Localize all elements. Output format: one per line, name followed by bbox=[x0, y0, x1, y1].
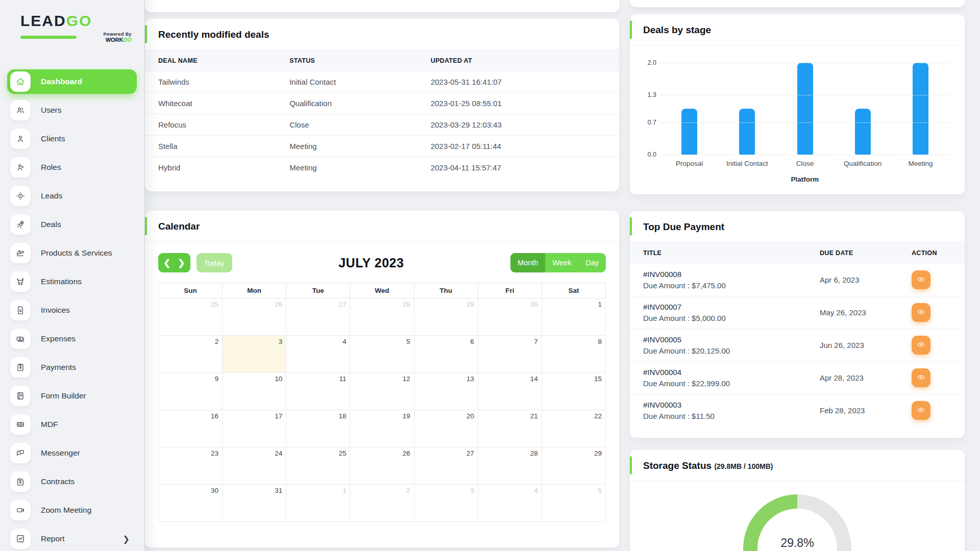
sidebar-item-report[interactable]: Report❯ bbox=[7, 527, 137, 551]
calendar-day-header: Fri bbox=[478, 283, 542, 298]
sidebar-item-products-services[interactable]: Products & Services bbox=[7, 241, 137, 265]
top-due-table: TITLEDUE DATEACTION #INV00008Due Amount … bbox=[630, 242, 965, 427]
sidebar-item-dashboard[interactable]: Dashboard bbox=[7, 69, 137, 94]
calendar-day-cell[interactable]: 22 bbox=[542, 410, 605, 447]
calendar-week-row: 2526272829301 bbox=[159, 298, 606, 336]
calendar-day-cell[interactable]: 23 bbox=[159, 447, 223, 485]
sidebar-item-estimations[interactable]: Estimations bbox=[7, 269, 137, 294]
calendar-day-cell[interactable]: 16 bbox=[159, 410, 223, 447]
table-row: #INV00008Due Amount : $7,475.00Apr 6, 20… bbox=[630, 264, 965, 296]
role-person-x-icon bbox=[10, 157, 31, 178]
sidebar-item-leads[interactable]: Leads bbox=[7, 184, 137, 208]
calendar-day-cell[interactable]: 10 bbox=[223, 373, 286, 410]
calendar-day-cell[interactable]: 7 bbox=[478, 336, 542, 373]
sidebar-item-zoom-meeting[interactable]: Zoom Meeting bbox=[7, 498, 137, 522]
recent-deals-card: Recently modified deals DEAL NAMESTATUSU… bbox=[145, 19, 619, 191]
logo-powered-by: Powered By WORKDO bbox=[77, 32, 132, 43]
calendar-day-cell[interactable]: 17 bbox=[223, 410, 286, 447]
calendar-day-cell[interactable]: 1 bbox=[542, 298, 605, 336]
calendar-day-cell[interactable]: 15 bbox=[542, 373, 605, 410]
calendar-day-cell[interactable]: 29 bbox=[414, 298, 478, 336]
calendar-day-cell[interactable]: 27 bbox=[286, 298, 350, 336]
calendar-day-cell[interactable]: 2 bbox=[350, 485, 414, 522]
view-invoice-button[interactable] bbox=[912, 401, 930, 420]
sidebar-item-messenger[interactable]: Messenger bbox=[7, 441, 137, 465]
bar-proposal bbox=[681, 109, 697, 155]
calendar-day-cell[interactable]: 11 bbox=[286, 373, 350, 410]
calendar-view-day-button[interactable]: Day bbox=[578, 253, 606, 272]
invoice-due-amount: Due Amount : $20,125.00 bbox=[643, 346, 803, 355]
calendar-month-title: JULY 2023 bbox=[232, 256, 511, 270]
gridline bbox=[660, 63, 949, 63]
recent-deals-table: DEAL NAMESTATUSUPDATED AT TailwindsIniti… bbox=[145, 50, 619, 178]
chevron-right-icon[interactable]: ❯ bbox=[178, 259, 185, 267]
calendar-day-cell[interactable]: 18 bbox=[286, 410, 350, 447]
calendar-day-cell[interactable]: 20 bbox=[414, 410, 478, 447]
sidebar-item-label: Clients bbox=[41, 134, 65, 143]
calendar-day-cell[interactable]: 30 bbox=[478, 298, 542, 336]
table-row: HybridMeeting2023-04-11 15:57:47 bbox=[145, 157, 619, 179]
today-button[interactable]: Today bbox=[197, 253, 232, 272]
calendar-day-cell[interactable]: 21 bbox=[478, 410, 542, 447]
calendar-day-cell[interactable]: 26 bbox=[350, 447, 414, 485]
calendar-day-cell[interactable]: 14 bbox=[478, 373, 542, 410]
calendar-day-cell[interactable]: 4 bbox=[286, 336, 350, 373]
sidebar-item-clients[interactable]: Clients bbox=[7, 127, 137, 151]
sidebar-item-payments[interactable]: Payments bbox=[7, 355, 137, 380]
chevron-left-icon[interactable]: ❮ bbox=[163, 259, 170, 267]
chart-y-axis: 2.01.30.70.0 bbox=[638, 63, 660, 155]
calendar-day-cell[interactable]: 25 bbox=[159, 298, 223, 336]
table-row: #INV00005Due Amount : $20,125.00Jun 26, … bbox=[630, 329, 965, 362]
calendar-day-cell[interactable]: 5 bbox=[350, 336, 414, 373]
calendar-day-header: Tue bbox=[286, 283, 350, 298]
calendar-day-cell[interactable]: 28 bbox=[478, 447, 542, 485]
view-invoice-button[interactable] bbox=[912, 336, 930, 355]
deal-status: Initial Contact bbox=[281, 71, 422, 93]
calendar-day-cell[interactable]: 30 bbox=[159, 485, 223, 522]
calendar-day-cell[interactable]: 28 bbox=[350, 298, 414, 336]
calendar-day-cell[interactable]: 27 bbox=[414, 447, 478, 485]
calendar-day-cell[interactable]: 1 bbox=[286, 485, 350, 522]
calendar-day-cell[interactable]: 8 bbox=[542, 336, 605, 373]
top-due-title: Top Due Payment bbox=[643, 221, 951, 233]
calendar-view-month-button[interactable]: Month bbox=[510, 253, 545, 272]
sidebar-item-users[interactable]: Users bbox=[7, 98, 137, 122]
calendar-day-cell[interactable]: 5 bbox=[542, 485, 605, 522]
mdf-banknote-icon bbox=[10, 414, 31, 435]
sidebar-item-deals[interactable]: Deals bbox=[7, 212, 137, 237]
calendar-day-cell[interactable]: 31 bbox=[223, 485, 286, 522]
sidebar-item-contracts[interactable]: Contracts bbox=[7, 469, 137, 494]
x-axis-label: Qualification bbox=[834, 160, 892, 167]
sidebar-item-roles[interactable]: Roles bbox=[7, 155, 137, 180]
calendar-day-cell[interactable]: 25 bbox=[286, 447, 350, 485]
calendar-day-cell[interactable]: 6 bbox=[414, 336, 478, 373]
view-invoice-button[interactable] bbox=[912, 303, 930, 322]
calendar-view-week-button[interactable]: Week bbox=[545, 253, 578, 272]
calendar-day-cell[interactable]: 19 bbox=[350, 410, 414, 447]
view-invoice-button[interactable] bbox=[912, 368, 930, 387]
deal-status: Qualification bbox=[281, 93, 422, 114]
sidebar-item-label: Estimations bbox=[41, 277, 82, 286]
calendar-day-cell[interactable]: 4 bbox=[478, 485, 542, 522]
view-invoice-button[interactable] bbox=[912, 270, 930, 289]
calendar-day-cell[interactable]: 3 bbox=[414, 485, 478, 522]
calendar-prev-next-group: ❮ ❯ bbox=[158, 253, 190, 272]
sidebar-item-form-builder[interactable]: Form Builder bbox=[7, 384, 137, 408]
sidebar-item-invoices[interactable]: Invoices bbox=[7, 298, 137, 322]
calendar-day-cell[interactable]: 26 bbox=[223, 298, 286, 336]
calendar-day-cell-today[interactable]: 3 bbox=[223, 336, 286, 373]
calendar-day-cell[interactable]: 2 bbox=[159, 336, 223, 373]
calendar-day-cell[interactable]: 13 bbox=[414, 373, 478, 410]
calendar-day-cell[interactable]: 24 bbox=[223, 447, 286, 485]
invoice-due-amount: Due Amount : $22,999.00 bbox=[643, 379, 803, 388]
sidebar-item-mdf[interactable]: MDF bbox=[7, 412, 137, 437]
sidebar-item-label: Expenses bbox=[41, 334, 76, 343]
app-logo[interactable]: LEADGO Powered By WORKDO bbox=[0, 7, 144, 56]
calendar-day-cell[interactable]: 9 bbox=[159, 373, 223, 410]
eye-icon bbox=[917, 406, 925, 416]
sidebar-item-label: Report bbox=[41, 534, 65, 543]
calendar-day-cell[interactable]: 12 bbox=[350, 373, 414, 410]
sidebar-item-expenses[interactable]: Expenses bbox=[7, 327, 137, 351]
calendar-day-cell[interactable]: 29 bbox=[542, 447, 605, 485]
deal-name: Refocus bbox=[145, 114, 281, 136]
